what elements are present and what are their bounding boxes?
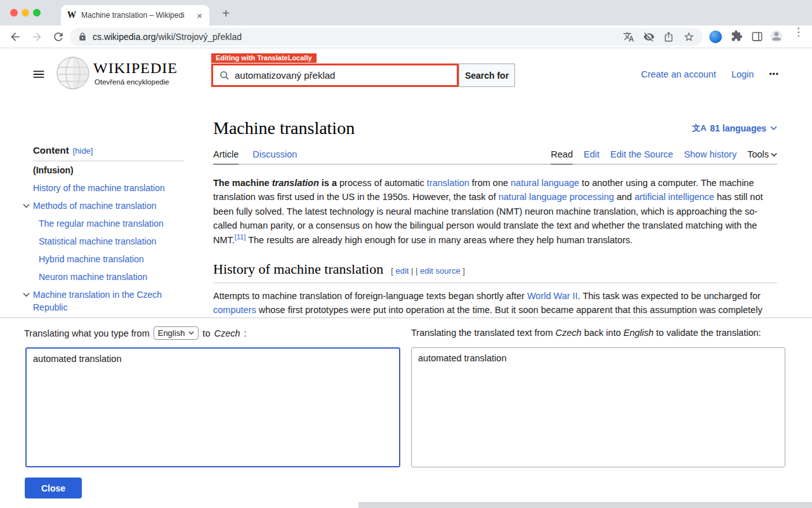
back-button[interactable] bbox=[8, 29, 23, 44]
toc-item-link[interactable]: Methods of machine translation bbox=[33, 201, 157, 211]
minimize-window-button[interactable] bbox=[22, 9, 29, 17]
article-tabs: Article Discussion Read Edit Edit the So… bbox=[213, 148, 777, 164]
toc-item-history: History of the machine translation bbox=[33, 179, 184, 197]
side-panel-icon[interactable] bbox=[751, 30, 765, 44]
toc-item-link[interactable]: Hybrid machine translation bbox=[39, 254, 144, 264]
close-window-button[interactable] bbox=[10, 9, 18, 17]
forward-button[interactable] bbox=[29, 29, 44, 44]
inline-link[interactable]: edit bbox=[395, 266, 409, 276]
create-account-link[interactable]: Create an account bbox=[641, 69, 716, 79]
section-heading: History of machine translation bbox=[213, 261, 383, 277]
inline-link[interactable]: World War II bbox=[527, 291, 578, 301]
wikipedia-tagline: Otevřená encyklopedie bbox=[95, 78, 169, 86]
back-icon bbox=[9, 30, 22, 43]
inline-link[interactable]: artificial intelligence bbox=[634, 192, 714, 202]
translatelocally-badge: Editing with TranslateLocally bbox=[211, 53, 317, 63]
lead-paragraph: The machine translation is a process of … bbox=[213, 176, 777, 247]
inline-link[interactable]: natural language processing bbox=[499, 192, 614, 202]
inline-link[interactable]: natural language bbox=[511, 178, 579, 188]
user-menu-icon[interactable]: ••• bbox=[769, 70, 779, 79]
tab-show-history[interactable]: Show history bbox=[684, 149, 737, 164]
toc-item-hybrid: Hybrid machine translation bbox=[33, 250, 184, 268]
browser-toolbar: cs.wikipedia.org/wiki/Strojový_překlad ⋮ bbox=[0, 25, 812, 48]
reload-button[interactable] bbox=[51, 29, 66, 44]
tab-discussion[interactable]: Discussion bbox=[252, 149, 297, 164]
hidden-eye-icon[interactable] bbox=[643, 31, 655, 43]
browser-tab[interactable]: W Machine translation – Wikipedi × bbox=[61, 5, 209, 25]
tab-read[interactable]: Read bbox=[551, 149, 573, 164]
browser-menu-icon[interactable]: ⋮ bbox=[793, 25, 802, 39]
toc-title: Content bbox=[33, 145, 69, 156]
zoom-window-button[interactable] bbox=[33, 9, 41, 17]
toc-item-statistical: Statistical machine translation bbox=[33, 232, 184, 250]
reference-link[interactable]: [11] bbox=[235, 233, 246, 241]
source-language-select[interactable]: English bbox=[154, 326, 199, 340]
url-path: /wiki/Strojový_překlad bbox=[156, 32, 242, 42]
section-heading-row: History of machine translation [ edit | … bbox=[213, 261, 777, 277]
source-text-input[interactable]: automated translation bbox=[25, 347, 400, 467]
chevron-down-icon bbox=[771, 152, 777, 157]
table-of-contents: Content[hide] (Infusion) History of the … bbox=[33, 145, 184, 316]
source-label-mid: to bbox=[202, 328, 210, 338]
padlock-icon bbox=[78, 32, 87, 41]
article-main: Machine translation 文A 81 languages Arti… bbox=[213, 117, 777, 331]
url-text: cs.wikipedia.org/wiki/Strojový_překlad bbox=[93, 28, 242, 46]
toc-item-link[interactable]: Machine translation in the Czech Republi… bbox=[33, 290, 162, 312]
chevron-down-icon[interactable] bbox=[23, 203, 30, 210]
section-divider bbox=[213, 283, 777, 283]
new-tab-button[interactable]: + bbox=[217, 5, 235, 23]
tab-edit-source[interactable]: Edit the Source bbox=[610, 149, 673, 164]
source-label-prefix: Translating what you type from bbox=[24, 328, 150, 338]
toc-hide-link[interactable]: [hide] bbox=[73, 146, 93, 156]
inline-link[interactable]: computers bbox=[213, 305, 256, 315]
target-language-label: Czech bbox=[214, 328, 240, 338]
toc-item-link[interactable]: History of the machine translation bbox=[33, 183, 165, 193]
extensions-puzzle-icon[interactable] bbox=[731, 30, 745, 44]
toc-item-link[interactable]: Neuron machine translation bbox=[39, 272, 147, 282]
inline-link[interactable]: edit source bbox=[420, 266, 461, 276]
toc-item-infusion[interactable]: (Infusion) bbox=[33, 161, 184, 179]
tab-title: Machine translation – Wikipedi bbox=[81, 11, 195, 20]
backtranslation-output: automated translation bbox=[411, 347, 785, 467]
toc-item-link[interactable]: Statistical machine translation bbox=[39, 236, 156, 246]
inline-link[interactable]: translation bbox=[427, 178, 469, 188]
wiki-search-box[interactable] bbox=[211, 64, 459, 87]
address-bar[interactable]: cs.wikipedia.org/wiki/Strojový_překlad bbox=[70, 28, 703, 46]
translate-page-icon[interactable] bbox=[623, 31, 634, 43]
source-translate-label: Translating what you type from English t… bbox=[24, 326, 247, 340]
toc-item-label: (Infusion) bbox=[33, 165, 74, 175]
wiki-search-input[interactable] bbox=[235, 70, 457, 81]
browser-window: W Machine translation – Wikipedi × + cs.… bbox=[0, 0, 812, 508]
user-links: Create an account Login ••• bbox=[641, 69, 779, 79]
close-panel-button[interactable]: Close bbox=[25, 478, 82, 498]
wikipedia-wordmark[interactable]: WIKIPEDIE bbox=[93, 60, 178, 77]
section-edit-links: [ edit | | edit source ] bbox=[391, 266, 465, 276]
share-icon[interactable] bbox=[663, 31, 674, 43]
hamburger-menu-icon[interactable] bbox=[32, 67, 46, 81]
login-link[interactable]: Login bbox=[731, 69, 754, 79]
chevron-down-icon bbox=[188, 331, 194, 335]
tab-strip: W Machine translation – Wikipedi × + bbox=[0, 0, 812, 25]
tab-article[interactable]: Article bbox=[213, 149, 239, 164]
toc-item-link[interactable]: The regular machine translation bbox=[39, 218, 164, 229]
tab-edit[interactable]: Edit bbox=[584, 149, 599, 164]
chevron-down-icon[interactable] bbox=[23, 291, 30, 298]
backtranslation-label: Translating the translated text from Cze… bbox=[411, 328, 787, 338]
reload-icon bbox=[52, 30, 65, 43]
tab-close-icon[interactable]: × bbox=[195, 10, 204, 21]
chevron-down-icon bbox=[770, 126, 777, 131]
language-icon: 文A bbox=[692, 123, 706, 134]
horizontal-scrollbar[interactable] bbox=[358, 502, 812, 508]
search-for-button[interactable]: Search for bbox=[459, 64, 515, 87]
tab-tools[interactable]: Tools bbox=[747, 149, 777, 164]
profile-avatar-icon[interactable] bbox=[770, 30, 784, 44]
translatelocally-extension-icon[interactable] bbox=[709, 30, 722, 43]
translatelocally-panel: Translating what you type from English t… bbox=[0, 318, 812, 508]
source-label-suffix: : bbox=[244, 328, 247, 338]
wikipedia-logo[interactable] bbox=[56, 56, 90, 90]
toc-header: Content[hide] bbox=[33, 145, 184, 161]
languages-count: 81 languages bbox=[710, 123, 766, 133]
url-domain: cs.wikipedia.org bbox=[93, 32, 156, 42]
languages-button[interactable]: 文A 81 languages bbox=[692, 123, 777, 134]
bookmark-star-icon[interactable] bbox=[683, 31, 695, 43]
